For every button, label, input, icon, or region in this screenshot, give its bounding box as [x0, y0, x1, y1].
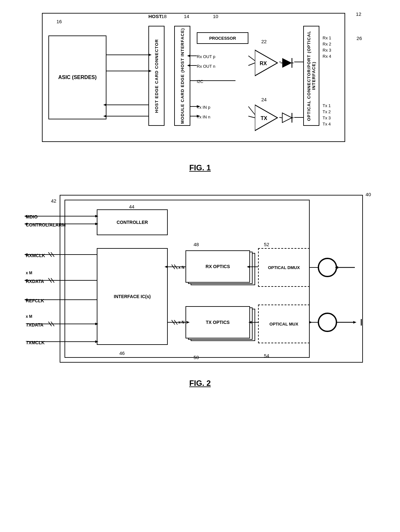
optical-mux-box: OPTICAL MUX [258, 305, 310, 343]
txmclk-signal: TXMCLK [26, 340, 45, 345]
rx-optics-label: RX OPTICS [185, 250, 250, 283]
fiber-tx-circle [318, 313, 337, 332]
rxmclk-signal: RXMCLK [26, 253, 45, 258]
tx2-label: Tx 2 [323, 109, 331, 114]
rx-out-p-label: Rx OUT p [197, 54, 215, 59]
controller-box: CONTROLLER [97, 209, 168, 235]
fig1-diagram: 12 HOST 18 14 10 26 16 ASIC (SERDES) HOS… [23, 10, 377, 176]
svg-line-56 [51, 322, 54, 326]
i2c-label: I2C [197, 79, 203, 84]
tx-ports: Tx 1 Tx 2 Tx 3 Tx 4 [323, 103, 331, 126]
tx-diode [281, 111, 294, 125]
ref-46: 46 [119, 350, 125, 356]
interface-ic-box: INTERFACE IC(s) [97, 248, 168, 345]
ref-16: 16 [56, 19, 62, 24]
tx3-label: Tx 3 [323, 115, 331, 120]
fig2-diagram: 40 42 CONTROLLER 44 INTERFACE IC(s) 46 4… [23, 188, 377, 391]
processor-box: PROCESSOR [197, 32, 248, 44]
svg-line-55 [48, 322, 52, 326]
host-edge-connector-box: HOST EDGE CARD CONNECTOR [148, 26, 165, 126]
xm2-signal: x M [26, 314, 32, 319]
xn1-label: x N [178, 265, 185, 270]
ref-42: 42 [51, 198, 56, 204]
optical-dmux-box: OPTICAL DMUX [258, 248, 310, 287]
ref-44: 44 [129, 204, 135, 209]
rx3-label: Rx 3 [323, 48, 331, 53]
ref-26: 26 [356, 35, 362, 41]
svg-text:TX: TX [261, 115, 267, 121]
ref-22: 22 [261, 39, 267, 44]
rx-out-n-label: Rx OUT n [197, 64, 215, 69]
ref-40: 40 [365, 192, 371, 197]
tx1-label: Tx 1 [323, 103, 331, 108]
tx-optics-label: TX OPTICS [185, 306, 250, 338]
svg-marker-2 [282, 58, 292, 68]
ref-50: 50 [194, 355, 199, 360]
refclk-signal: REFCLK [26, 298, 44, 303]
tx-in-p-label: Tx IN p [197, 105, 210, 110]
rx1-label: Rx 1 [323, 35, 331, 40]
host-label: HOST [148, 14, 162, 19]
ref-54: 54 [264, 353, 269, 358]
asic-box: ASIC (SERDES) [48, 35, 106, 119]
rx-ports: Rx 1 Rx 2 Rx 3 Rx 4 [323, 35, 331, 59]
svg-line-50 [51, 278, 54, 283]
module-card-edge-box: MODULE CARD EDGE (HOST INTERFACE) [174, 26, 190, 126]
ref-18: 18 [161, 14, 167, 19]
ref-10: 10 [213, 14, 218, 19]
fiber-rx-circle [318, 258, 337, 277]
rx-triangle: RX [255, 48, 281, 79]
xn2-label: x N [178, 320, 185, 325]
svg-line-46 [51, 252, 54, 257]
ref-12: 12 [356, 11, 361, 17]
svg-marker-8 [282, 113, 292, 123]
mdio-signal: MDIO [26, 214, 38, 219]
xm1-signal: x M [26, 271, 32, 275]
tx-in-n-label: Tx IN n [197, 115, 210, 119]
ref-14: 14 [184, 14, 189, 19]
tx4-label: Tx 4 [323, 122, 331, 126]
svg-text:RX: RX [260, 61, 267, 66]
tx-triangle: TX [255, 103, 281, 134]
svg-line-45 [48, 252, 52, 257]
optical-connector-box: OPTICAL CONNECTOR/PORT (OPTICAL INTERFAC… [303, 26, 319, 126]
ref-52: 52 [264, 242, 269, 247]
fig1-label: FIG. 1 [23, 163, 377, 172]
svg-line-49 [48, 278, 52, 283]
ref-48: 48 [194, 242, 199, 247]
control-alarm-signal: CONTROL/ALARM [26, 222, 66, 227]
rxdata-signal: RXDATA [26, 279, 44, 284]
rx4-label: Rx 4 [323, 54, 331, 59]
txdata-signal: TXDATA [26, 322, 44, 327]
rx2-label: Rx 2 [323, 42, 331, 46]
ref-24: 24 [261, 97, 267, 102]
rx-diode [281, 56, 294, 71]
